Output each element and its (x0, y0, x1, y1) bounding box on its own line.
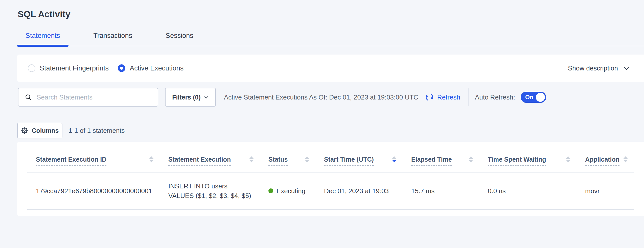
cell-statement: INSERT INTO users VALUES ($1, $2, $3, $4… (160, 172, 260, 209)
table-toolbar: Columns 1-1 of 1 statements (17, 123, 644, 138)
cell-elapsed-time: 15.7 ms (403, 172, 479, 209)
tab-statements[interactable]: Statements (17, 32, 68, 46)
columns-label: Columns (32, 127, 59, 134)
radio-selected-icon[interactable] (118, 64, 125, 72)
refresh-button[interactable]: Refresh (425, 93, 460, 102)
tab-bar: Statements Transactions Sessions (17, 32, 644, 46)
gear-icon (21, 127, 28, 134)
column-header-elapsed-time[interactable]: Elapsed Time (403, 142, 479, 166)
column-header-start-time[interactable]: Start Time (UTC) (315, 142, 403, 166)
sort-arrows-icon[interactable] (305, 156, 309, 162)
radio-statement-fingerprints[interactable]: Statement Fingerprints (28, 64, 109, 72)
tab-sessions[interactable]: Sessions (157, 32, 202, 46)
auto-refresh-label: Auto Refresh: (475, 93, 515, 101)
show-description-toggle[interactable]: Show description (568, 64, 630, 72)
column-header-statement-execution[interactable]: Statement Execution (160, 142, 260, 166)
chevron-down-icon (623, 65, 630, 72)
columns-button[interactable]: Columns (17, 123, 62, 138)
cell-status: Executing (260, 172, 315, 209)
radio-active-executions[interactable]: Active Executions (118, 64, 183, 72)
page-title: SQL Activity (18, 9, 644, 19)
table-header-row: Statement Execution ID Statement Executi… (27, 142, 634, 172)
tab-transactions[interactable]: Transactions (85, 32, 141, 46)
refresh-icon (425, 93, 434, 102)
refresh-label: Refresh (437, 93, 460, 101)
cell-start-time: Dec 01, 2023 at 19:03 (315, 172, 403, 209)
show-description-label: Show description (568, 64, 618, 72)
radio-unselected-icon[interactable] (28, 64, 35, 72)
sort-arrows-icon[interactable] (566, 156, 570, 162)
column-header-time-spent-waiting[interactable]: Time Spent Waiting (479, 142, 577, 166)
toggle-state-label: On (525, 94, 533, 101)
radio-label: Active Executions (130, 64, 183, 72)
sort-arrows-icon[interactable] (149, 156, 154, 162)
controls-row: Filters (0) Active Statement Executions … (18, 88, 644, 107)
chevron-down-icon (204, 95, 209, 100)
sort-arrows-icon[interactable] (623, 156, 628, 162)
results-count: 1-1 of 1 statements (68, 127, 125, 135)
search-icon (25, 93, 32, 101)
as-of-timestamp: Active Statement Executions As Of: Dec 0… (224, 93, 418, 101)
radio-label: Statement Fingerprints (40, 64, 109, 72)
column-header-statement-execution-id[interactable]: Statement Execution ID (27, 142, 160, 166)
statements-table-card: Statement Execution ID Statement Executi… (17, 142, 644, 216)
column-header-application[interactable]: Application (577, 142, 634, 166)
status-executing-dot-icon (268, 188, 273, 193)
table-row: 179cca7921e679b80000000000000001 INSERT … (27, 172, 634, 210)
cell-time-spent-waiting: 0.0 ns (479, 172, 577, 209)
filters-button[interactable]: Filters (0) (165, 88, 216, 107)
status-label: Executing (277, 186, 305, 196)
cell-execution-id: 179cca7921e679b80000000000000001 (27, 172, 160, 209)
search-box[interactable] (18, 88, 158, 107)
column-header-status[interactable]: Status (260, 142, 315, 166)
toggle-knob-icon (536, 93, 545, 102)
auto-refresh-toggle[interactable]: On (521, 92, 546, 103)
cell-application: movr (577, 172, 634, 209)
sort-arrows-icon-active-desc[interactable] (392, 156, 397, 162)
filters-label: Filters (0) (172, 94, 201, 101)
sort-arrows-icon[interactable] (469, 156, 473, 162)
vertical-divider (468, 88, 469, 106)
sort-arrows-icon[interactable] (249, 156, 254, 162)
search-input[interactable] (37, 93, 153, 101)
view-mode-card: Statement Fingerprints Active Executions… (17, 55, 644, 82)
